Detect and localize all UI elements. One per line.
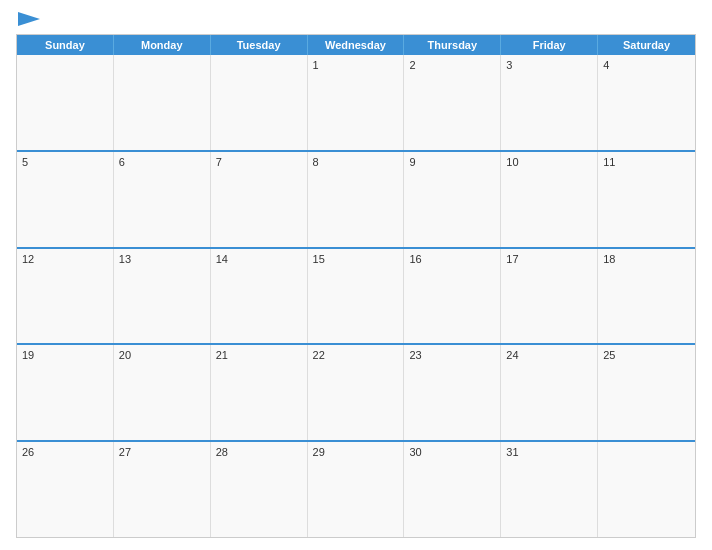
- calendar-cell: 14: [211, 249, 308, 344]
- calendar-week-5: 262728293031: [17, 440, 695, 537]
- calendar-cell: 10: [501, 152, 598, 247]
- header-wednesday: Wednesday: [308, 35, 405, 55]
- calendar-cell: 31: [501, 442, 598, 537]
- logo-flag-icon: [18, 12, 40, 26]
- calendar-cell: [114, 55, 211, 150]
- day-number: 13: [119, 253, 131, 265]
- calendar-cell: 9: [404, 152, 501, 247]
- calendar-cell: 4: [598, 55, 695, 150]
- calendar-cell: 29: [308, 442, 405, 537]
- calendar-cell: 7: [211, 152, 308, 247]
- calendar-cell: 28: [211, 442, 308, 537]
- calendar-cell: [17, 55, 114, 150]
- day-number: 5: [22, 156, 28, 168]
- day-number: 20: [119, 349, 131, 361]
- calendar-week-4: 19202122232425: [17, 343, 695, 440]
- day-number: 21: [216, 349, 228, 361]
- calendar-grid: Sunday Monday Tuesday Wednesday Thursday…: [16, 34, 696, 538]
- day-number: 11: [603, 156, 615, 168]
- day-number: 28: [216, 446, 228, 458]
- day-number: 31: [506, 446, 518, 458]
- calendar-week-1: 1234: [17, 55, 695, 150]
- day-number: 17: [506, 253, 518, 265]
- calendar-cell: 8: [308, 152, 405, 247]
- day-number: 24: [506, 349, 518, 361]
- day-number: 19: [22, 349, 34, 361]
- calendar-cell: 2: [404, 55, 501, 150]
- day-number: 29: [313, 446, 325, 458]
- calendar-cell: [598, 442, 695, 537]
- day-number: 14: [216, 253, 228, 265]
- calendar-cell: 16: [404, 249, 501, 344]
- calendar-week-2: 567891011: [17, 150, 695, 247]
- day-number: 30: [409, 446, 421, 458]
- header-thursday: Thursday: [404, 35, 501, 55]
- day-number: 9: [409, 156, 415, 168]
- day-number: 15: [313, 253, 325, 265]
- calendar-cell: 18: [598, 249, 695, 344]
- day-number: 6: [119, 156, 125, 168]
- day-number: 25: [603, 349, 615, 361]
- calendar-cell: 12: [17, 249, 114, 344]
- calendar-cell: 5: [17, 152, 114, 247]
- header: [16, 12, 696, 26]
- day-number: 10: [506, 156, 518, 168]
- day-number: 4: [603, 59, 609, 71]
- calendar-cell: 13: [114, 249, 211, 344]
- calendar-body: 1234567891011121314151617181920212223242…: [17, 55, 695, 537]
- calendar-cell: 22: [308, 345, 405, 440]
- calendar-cell: 11: [598, 152, 695, 247]
- day-number: 8: [313, 156, 319, 168]
- day-number: 26: [22, 446, 34, 458]
- calendar-cell: 20: [114, 345, 211, 440]
- calendar-cell: 1: [308, 55, 405, 150]
- calendar-page: Sunday Monday Tuesday Wednesday Thursday…: [0, 0, 712, 550]
- day-number: 1: [313, 59, 319, 71]
- day-number: 23: [409, 349, 421, 361]
- calendar-cell: 27: [114, 442, 211, 537]
- calendar-cell: 6: [114, 152, 211, 247]
- calendar-cell: 25: [598, 345, 695, 440]
- calendar-cell: 30: [404, 442, 501, 537]
- calendar-cell: 19: [17, 345, 114, 440]
- svg-marker-0: [18, 12, 40, 26]
- day-number: 12: [22, 253, 34, 265]
- day-number: 18: [603, 253, 615, 265]
- day-number: 16: [409, 253, 421, 265]
- day-number: 7: [216, 156, 222, 168]
- calendar-cell: 3: [501, 55, 598, 150]
- calendar-cell: [211, 55, 308, 150]
- header-tuesday: Tuesday: [211, 35, 308, 55]
- calendar-week-3: 12131415161718: [17, 247, 695, 344]
- day-number: 27: [119, 446, 131, 458]
- calendar-cell: 24: [501, 345, 598, 440]
- day-number: 3: [506, 59, 512, 71]
- header-friday: Friday: [501, 35, 598, 55]
- calendar-cell: 15: [308, 249, 405, 344]
- calendar-cell: 21: [211, 345, 308, 440]
- header-saturday: Saturday: [598, 35, 695, 55]
- calendar-header: Sunday Monday Tuesday Wednesday Thursday…: [17, 35, 695, 55]
- day-number: 2: [409, 59, 415, 71]
- calendar-cell: 26: [17, 442, 114, 537]
- day-number: 22: [313, 349, 325, 361]
- logo: [16, 12, 40, 26]
- calendar-cell: 23: [404, 345, 501, 440]
- header-monday: Monday: [114, 35, 211, 55]
- calendar-cell: 17: [501, 249, 598, 344]
- header-sunday: Sunday: [17, 35, 114, 55]
